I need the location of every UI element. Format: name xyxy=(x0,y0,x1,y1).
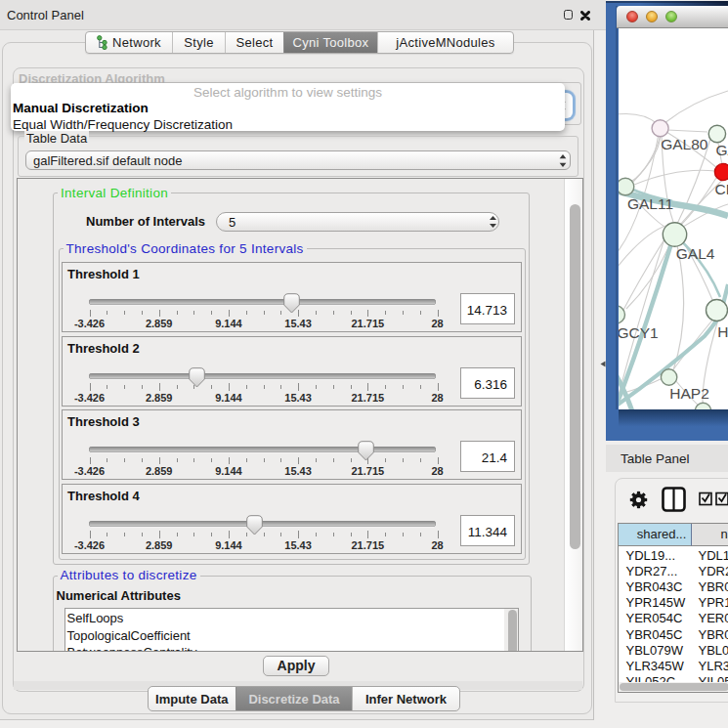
svg-text:CDC: CDC xyxy=(715,181,728,197)
svg-text:GCY1: GCY1 xyxy=(619,324,659,341)
svg-text:HIS: HIS xyxy=(717,323,728,340)
svg-text:GAL80: GAL80 xyxy=(661,136,708,152)
svg-text:HAP2: HAP2 xyxy=(669,385,709,402)
svg-text:GAL11: GAL11 xyxy=(627,195,673,212)
svg-text:GAL3: GAL3 xyxy=(716,142,728,158)
svg-text:GAL4: GAL4 xyxy=(676,245,715,262)
